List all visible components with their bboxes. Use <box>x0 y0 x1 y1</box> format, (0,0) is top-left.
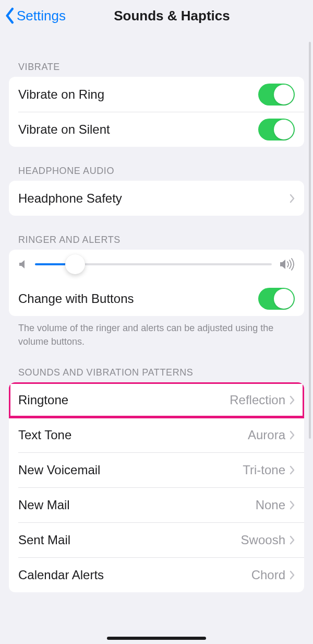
row-value: Reflection <box>230 393 285 407</box>
chevron-right-icon <box>290 535 295 545</box>
back-button[interactable]: Settings <box>4 7 66 24</box>
chevron-right-icon <box>290 194 295 203</box>
calendar-alerts-row[interactable]: Calendar Alerts Chord <box>9 557 304 592</box>
sent-mail-row[interactable]: Sent Mail Swoosh <box>9 522 304 557</box>
toggle-switch[interactable] <box>258 84 295 106</box>
volume-low-icon <box>18 259 28 270</box>
row-value: Tri-tone <box>243 463 285 477</box>
chevron-right-icon <box>290 500 295 510</box>
headphone-safety-row[interactable]: Headphone Safety <box>9 181 304 216</box>
row-label: Sent Mail <box>18 533 241 547</box>
vibrate-on-silent-row[interactable]: Vibrate on Silent <box>9 112 304 147</box>
chevron-right-icon <box>290 395 295 405</box>
chevron-right-icon <box>290 465 295 475</box>
headphone-card: Headphone Safety <box>9 181 304 216</box>
row-label: Text Tone <box>18 428 248 442</box>
toggle-switch[interactable] <box>258 288 295 310</box>
section-header-headphone: HEADPHONE AUDIO <box>9 147 304 181</box>
row-value: Aurora <box>248 428 285 442</box>
new-voicemail-row[interactable]: New Voicemail Tri-tone <box>9 452 304 487</box>
ringer-card: Change with Buttons <box>9 250 304 316</box>
header: Settings Sounds & Haptics <box>0 0 313 33</box>
text-tone-row[interactable]: Text Tone Aurora <box>9 417 304 452</box>
row-value: None <box>256 498 285 512</box>
row-value: Chord <box>251 568 285 582</box>
section-header-sounds: SOUNDS AND VIBRATION PATTERNS <box>9 348 304 382</box>
row-label: New Voicemail <box>18 463 243 477</box>
row-label: Headphone Safety <box>18 191 290 206</box>
ringtone-row[interactable]: Ringtone Reflection <box>9 382 304 417</box>
row-label: Calendar Alerts <box>18 568 251 582</box>
row-label: Ringtone <box>18 393 230 407</box>
change-with-buttons-row[interactable]: Change with Buttons <box>9 281 304 316</box>
chevron-left-icon <box>4 7 15 24</box>
new-mail-row[interactable]: New Mail None <box>9 487 304 522</box>
sounds-card: Ringtone Reflection Text Tone Aurora New… <box>9 382 304 592</box>
ringer-footer-text: The volume of the ringer and alerts can … <box>9 316 304 348</box>
chevron-right-icon <box>290 430 295 440</box>
page-title: Sounds & Haptics <box>66 8 278 24</box>
section-header-vibrate: VIBRATE <box>9 33 304 77</box>
scroll-indicator[interactable] <box>309 42 311 439</box>
back-label: Settings <box>17 8 66 24</box>
chevron-right-icon <box>290 570 295 580</box>
row-label: Change with Buttons <box>18 291 258 306</box>
home-indicator[interactable] <box>107 637 206 640</box>
row-label: New Mail <box>18 498 256 512</box>
slider-thumb[interactable] <box>65 254 85 274</box>
section-header-ringer: RINGER AND ALERTS <box>9 216 304 250</box>
volume-slider[interactable] <box>35 263 272 265</box>
row-value: Swoosh <box>241 533 285 547</box>
vibrate-card: Vibrate on Ring Vibrate on Silent <box>9 77 304 147</box>
row-label: Vibrate on Silent <box>18 122 258 137</box>
volume-high-icon <box>279 258 295 271</box>
toggle-switch[interactable] <box>258 119 295 140</box>
vibrate-on-ring-row[interactable]: Vibrate on Ring <box>9 77 304 112</box>
volume-slider-row <box>9 250 304 281</box>
row-label: Vibrate on Ring <box>18 87 258 102</box>
